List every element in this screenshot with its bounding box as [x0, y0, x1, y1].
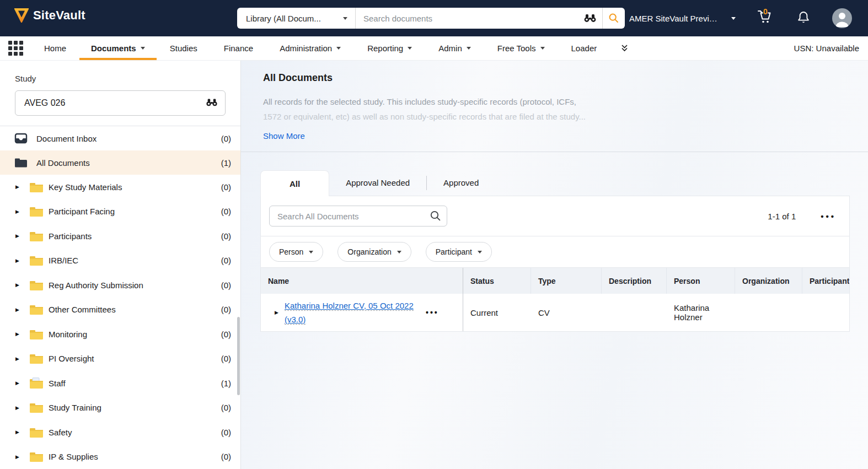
sidebar-folder-count: (0) — [221, 330, 231, 339]
tab-approval-needed[interactable]: Approval Needed — [329, 170, 426, 196]
top-header-bar: SiteVault Library (All Docum... — [0, 0, 868, 36]
expand-caret-icon[interactable]: ▶ — [15, 331, 24, 337]
expand-caret-icon[interactable]: ▶ — [15, 307, 24, 312]
filter-organization[interactable]: Organization — [337, 242, 411, 262]
sidebar-item-label: Document Inbox — [36, 134, 221, 143]
folder-icon — [29, 255, 44, 266]
tab-all[interactable]: All — [260, 170, 329, 196]
column-header-name[interactable]: Name — [261, 268, 463, 294]
sidebar-folder-ip-supplies[interactable]: ▶IP & Supplies(0) — [0, 445, 240, 469]
notifications-bell-icon[interactable] — [796, 10, 811, 29]
expand-caret-icon[interactable]: ▶ — [15, 258, 24, 263]
sidebar-folder-count: (0) — [221, 182, 231, 192]
sidebar-folder-other-committees[interactable]: ▶Other Committees(0) — [0, 298, 240, 322]
nav-item-administration[interactable]: Administration — [266, 36, 354, 60]
sidebar-folder-reg-authority-submission[interactable]: ▶Reg Authority Submission(0) — [0, 273, 240, 298]
expand-caret-icon[interactable]: ▶ — [15, 380, 24, 386]
sidebar-item-all-documents[interactable]: All Documents (1) — [0, 150, 240, 175]
nav-item-admin[interactable]: Admin — [425, 36, 484, 60]
app-grid-icon[interactable] — [8, 41, 23, 56]
nav-item-loader[interactable]: Loader — [558, 36, 610, 60]
primary-nav-items: HomeDocumentsStudiesFinanceAdministratio… — [31, 36, 610, 60]
more-tabs-double-chevron-icon[interactable] — [610, 36, 639, 60]
filter-row: PersonOrganizationParticipant — [261, 236, 849, 268]
folder-icon — [14, 157, 28, 168]
nav-item-free-tools[interactable]: Free Tools — [484, 36, 558, 60]
folder-icon — [29, 378, 44, 389]
column-header-person[interactable]: Person — [667, 268, 735, 294]
nav-item-finance[interactable]: Finance — [211, 36, 266, 60]
sidebar-folder-staff[interactable]: ▶Staff(1) — [0, 371, 240, 396]
show-more-link[interactable]: Show More — [263, 131, 305, 141]
brand-name: SiteVault — [33, 8, 85, 23]
expand-caret-icon[interactable]: ▶ — [15, 405, 24, 411]
column-header-description[interactable]: Description — [602, 268, 667, 294]
sidebar-folder-count: (0) — [221, 281, 231, 290]
sidebar-folder-monitoring[interactable]: ▶Monitoring(0) — [0, 322, 240, 347]
binoculars-icon[interactable] — [206, 98, 218, 109]
nav-item-label: Reporting — [367, 44, 403, 53]
usn-status-text: USN: Unavailable — [794, 44, 859, 53]
library-scope-dropdown[interactable]: Library (All Docum... — [237, 8, 356, 29]
sidebar-folder-study-training[interactable]: ▶Study Training(0) — [0, 396, 240, 421]
expand-caret-icon[interactable]: ▶ — [15, 282, 24, 288]
sidebar-folder-participant-facing[interactable]: ▶Participant Facing(0) — [0, 200, 240, 224]
column-header-organization[interactable]: Organization — [735, 268, 802, 294]
sidebar-item-document-inbox[interactable]: Document Inbox (0) — [0, 126, 240, 150]
overflow-menu-icon[interactable]: ••• — [821, 212, 836, 221]
user-avatar[interactable] — [832, 8, 852, 28]
sidebar-folder-key-study-materials[interactable]: ▶Key Study Materials(0) — [0, 175, 240, 200]
cart-button[interactable]: 0 — [756, 9, 777, 28]
main-content: All Documents All records for the select… — [241, 61, 868, 469]
nav-item-studies[interactable]: Studies — [157, 36, 211, 60]
expand-caret-icon[interactable]: ▶ — [275, 310, 283, 315]
documents-search-input[interactable] — [269, 206, 447, 227]
sidebar-folder-label: IRB/IEC — [49, 256, 221, 265]
search-icon[interactable] — [430, 210, 442, 224]
expand-caret-icon[interactable]: ▶ — [15, 184, 24, 190]
sidebar-folder-irb-iec[interactable]: ▶IRB/IEC(0) — [0, 249, 240, 273]
nav-item-reporting[interactable]: Reporting — [354, 36, 425, 60]
study-input[interactable] — [15, 90, 226, 116]
folder-icon — [29, 328, 44, 340]
sitevault-logo[interactable]: SiteVault — [14, 8, 85, 23]
sidebar-folder-participants[interactable]: ▶Participants(0) — [0, 224, 240, 249]
chevron-down-icon — [309, 251, 313, 254]
expand-caret-icon[interactable]: ▶ — [15, 356, 24, 362]
folder-icon — [29, 353, 44, 364]
chevron-down-icon — [141, 47, 145, 50]
organization-cell — [735, 294, 802, 331]
vault-selector-dropdown[interactable]: AMER SiteVault Previe... — [629, 0, 736, 36]
column-header-status[interactable]: Status — [463, 268, 531, 294]
column-header-participant[interactable]: Participant — [802, 268, 849, 294]
nav-item-documents[interactable]: Documents — [79, 36, 157, 60]
study-label: Study — [15, 74, 226, 83]
expand-caret-icon[interactable]: ▶ — [15, 429, 24, 435]
nav-item-home[interactable]: Home — [31, 36, 79, 60]
column-header-type[interactable]: Type — [531, 268, 602, 294]
sidebar-folder-pi-oversight[interactable]: ▶PI Oversight(0) — [0, 347, 240, 371]
filter-participant[interactable]: Participant — [426, 242, 492, 262]
folder-icon — [29, 279, 44, 291]
tab-approved[interactable]: Approved — [427, 170, 495, 196]
nav-item-label: Home — [44, 44, 66, 53]
filter-label: Participant — [436, 247, 472, 256]
inbox-icon — [14, 133, 28, 144]
sidebar-scrollbar-thumb[interactable] — [237, 317, 240, 395]
search-submit-icon[interactable] — [603, 8, 625, 29]
filter-person[interactable]: Person — [269, 242, 323, 262]
global-search-input[interactable] — [356, 14, 578, 23]
chevron-down-icon — [478, 251, 482, 254]
binoculars-icon[interactable] — [578, 14, 602, 23]
document-link[interactable]: Katharina Holzner CV, 05 Oct 2022 (v3.0) — [285, 299, 418, 326]
row-overflow-menu-icon[interactable]: ••• — [426, 308, 439, 317]
expand-caret-icon[interactable]: ▶ — [15, 454, 24, 460]
document-name-cell: ▶Katharina Holzner CV, 05 Oct 2022 (v3.0… — [261, 294, 463, 331]
expand-caret-icon[interactable]: ▶ — [15, 233, 24, 239]
panel-toolbar: 1-1 of 1 ••• — [261, 196, 849, 236]
sidebar-folder-label: Key Study Materials — [49, 182, 221, 192]
section-description-line1: All records for the selected study. This… — [263, 97, 846, 106]
expand-caret-icon[interactable]: ▶ — [15, 209, 24, 214]
veeva-v-icon — [14, 8, 29, 23]
sidebar-folder-safety[interactable]: ▶Safety(0) — [0, 420, 240, 445]
